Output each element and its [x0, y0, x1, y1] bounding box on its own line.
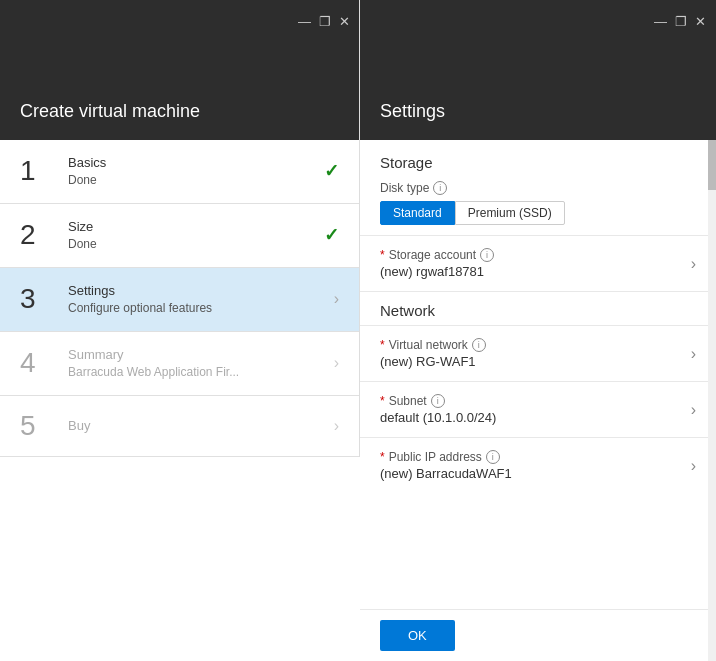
disk-type-buttons: Standard Premium (SSD) — [380, 201, 696, 225]
left-panel: Create virtual machine — ❐ ✕ 1 Basics Do… — [0, 0, 360, 457]
subnet-info-icon[interactable]: i — [431, 394, 445, 408]
step-3-number: 3 — [20, 283, 56, 315]
network-section-title: Network — [360, 291, 716, 325]
step-2[interactable]: 2 Size Done ✓ — [0, 204, 359, 268]
storage-account-value: (new) rgwaf18781 — [380, 264, 683, 279]
step-1-title: Basics — [68, 154, 318, 172]
step-4-info: Summary Barracuda Web Application Fir... — [68, 346, 328, 381]
virtual-network-info: * Virtual network i (new) RG-WAF1 — [380, 338, 683, 369]
step-1[interactable]: 1 Basics Done ✓ — [0, 140, 359, 204]
left-maximize-button[interactable]: ❐ — [319, 14, 331, 29]
step-1-check-icon: ✓ — [324, 160, 339, 182]
right-minimize-button[interactable]: — — [654, 14, 667, 29]
step-2-info: Size Done — [68, 218, 318, 253]
step-4-arrow-icon: › — [334, 354, 339, 372]
virtual-network-arrow-icon: › — [691, 345, 696, 363]
right-content: Storage Disk type i Standard Premium (SS… — [360, 140, 716, 661]
disk-type-row: Disk type i Standard Premium (SSD) — [360, 177, 716, 235]
step-4-sub: Barracuda Web Application Fir... — [68, 364, 328, 381]
step-1-number: 1 — [20, 155, 56, 187]
step-4-title: Summary — [68, 346, 328, 364]
right-panel: Settings — ❐ ✕ Storage Disk type i Stand… — [360, 0, 716, 661]
storage-account-arrow-icon: › — [691, 255, 696, 273]
left-close-button[interactable]: ✕ — [339, 14, 350, 29]
step-3-arrow-icon: › — [334, 290, 339, 308]
subnet-label: * Subnet i — [380, 394, 683, 408]
left-minimize-button[interactable]: — — [298, 14, 311, 29]
ok-footer: OK — [360, 609, 716, 661]
step-5-title: Buy — [68, 417, 328, 435]
virtual-network-value: (new) RG-WAF1 — [380, 354, 683, 369]
public-ip-value: (new) BarracudaWAF1 — [380, 466, 683, 481]
step-3[interactable]: 3 Settings Configure optional features › — [0, 268, 359, 332]
step-2-check-icon: ✓ — [324, 224, 339, 246]
ok-button[interactable]: OK — [380, 620, 455, 651]
left-header: Create virtual machine — ❐ ✕ — [0, 0, 359, 140]
disk-type-label: Disk type i — [380, 181, 696, 195]
disk-premium-button[interactable]: Premium (SSD) — [455, 201, 565, 225]
step-5[interactable]: 5 Buy › — [0, 396, 359, 457]
step-2-number: 2 — [20, 219, 56, 251]
step-2-sub: Done — [68, 236, 318, 253]
create-vm-title: Create virtual machine — [20, 101, 200, 122]
subnet-value: default (10.1.0.0/24) — [380, 410, 683, 425]
virtual-network-required-star: * — [380, 338, 385, 352]
public-ip-required-star: * — [380, 450, 385, 464]
virtual-network-row[interactable]: * Virtual network i (new) RG-WAF1 › — [360, 325, 716, 381]
public-ip-info: * Public IP address i (new) BarracudaWAF… — [380, 450, 683, 481]
subnet-row[interactable]: * Subnet i default (10.1.0.0/24) › — [360, 381, 716, 437]
step-3-info: Settings Configure optional features — [68, 282, 328, 317]
step-4-number: 4 — [20, 347, 56, 379]
virtual-network-label: * Virtual network i — [380, 338, 683, 352]
right-header: Settings — ❐ ✕ — [360, 0, 716, 140]
step-1-sub: Done — [68, 172, 318, 189]
storage-section-title: Storage — [360, 140, 716, 177]
step-2-title: Size — [68, 218, 318, 236]
step-3-title: Settings — [68, 282, 328, 300]
public-ip-label: * Public IP address i — [380, 450, 683, 464]
settings-title: Settings — [380, 101, 445, 122]
public-ip-row[interactable]: * Public IP address i (new) BarracudaWAF… — [360, 437, 716, 493]
subnet-arrow-icon: › — [691, 401, 696, 419]
left-win-controls: — ❐ ✕ — [298, 14, 350, 29]
public-ip-info-icon[interactable]: i — [486, 450, 500, 464]
storage-account-info-icon[interactable]: i — [480, 248, 494, 262]
scrollbar-track[interactable] — [708, 140, 716, 661]
step-4[interactable]: 4 Summary Barracuda Web Application Fir.… — [0, 332, 359, 396]
step-5-info: Buy — [68, 417, 328, 435]
step-3-sub: Configure optional features — [68, 300, 328, 317]
right-close-button[interactable]: ✕ — [695, 14, 706, 29]
subnet-info: * Subnet i default (10.1.0.0/24) — [380, 394, 683, 425]
step-1-info: Basics Done — [68, 154, 318, 189]
right-win-controls: — ❐ ✕ — [654, 14, 706, 29]
storage-account-row[interactable]: * Storage account i (new) rgwaf18781 › — [360, 235, 716, 291]
right-maximize-button[interactable]: ❐ — [675, 14, 687, 29]
storage-account-info: * Storage account i (new) rgwaf18781 — [380, 248, 683, 279]
virtual-network-info-icon[interactable]: i — [472, 338, 486, 352]
storage-account-required-star: * — [380, 248, 385, 262]
storage-account-label: * Storage account i — [380, 248, 683, 262]
public-ip-arrow-icon: › — [691, 457, 696, 475]
left-steps-list: 1 Basics Done ✓ 2 Size Done ✓ 3 — [0, 140, 359, 457]
scrollbar-thumb[interactable] — [708, 140, 716, 190]
disk-type-info-icon[interactable]: i — [433, 181, 447, 195]
step-5-number: 5 — [20, 410, 56, 442]
disk-standard-button[interactable]: Standard — [380, 201, 455, 225]
step-5-arrow-icon: › — [334, 417, 339, 435]
subnet-required-star: * — [380, 394, 385, 408]
